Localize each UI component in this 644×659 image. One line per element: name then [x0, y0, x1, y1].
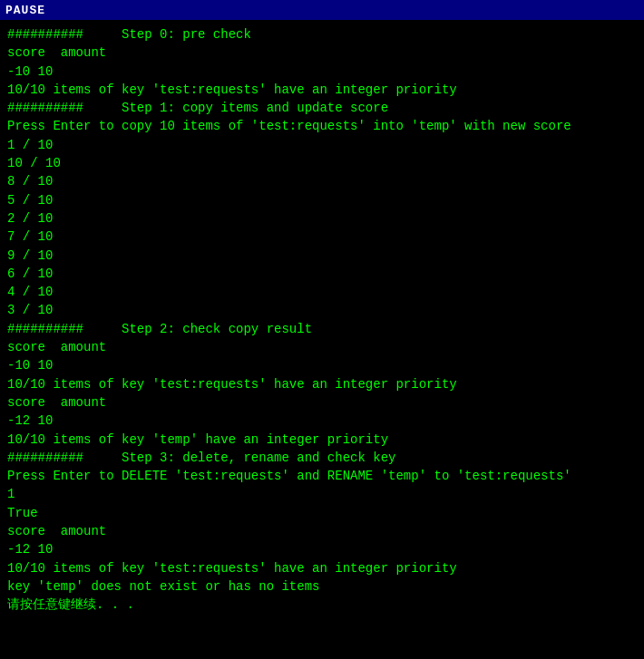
terminal-line: -12 10 [7, 540, 637, 558]
terminal-line: 10/10 items of key 'temp' have an intege… [7, 431, 637, 449]
terminal-line: 3 / 10 [7, 301, 637, 319]
terminal-line: -10 10 [7, 356, 637, 374]
terminal-line: -10 10 [7, 63, 637, 81]
terminal-line: 10 / 10 [7, 154, 637, 172]
title-bar-label: PAUSE [5, 4, 45, 17]
terminal-line: 请按任意键继续. . . [7, 596, 637, 614]
terminal-line: True [7, 504, 637, 522]
terminal-line: ########## Step 3: delete, rename and ch… [7, 449, 637, 467]
terminal-line: score amount [7, 393, 637, 412]
terminal-line: 7 / 10 [7, 228, 637, 246]
terminal-line: ########## Step 1: copy items and update… [7, 99, 637, 117]
terminal-line: 10/10 items of key 'test:requests' have … [7, 375, 637, 393]
terminal-line: 6 / 10 [7, 265, 637, 283]
title-bar: PAUSE [0, 0, 644, 20]
terminal-line: Press Enter to DELETE 'test:requests' an… [7, 467, 637, 485]
terminal-line: 4 / 10 [7, 283, 637, 301]
terminal-output: ########## Step 0: pre checkscore amount… [0, 20, 644, 659]
terminal-line: 1 [7, 485, 637, 503]
terminal-line: 9 / 10 [7, 247, 637, 265]
terminal-line: 5 / 10 [7, 191, 637, 209]
terminal-line: score amount [7, 338, 637, 356]
terminal-line: Press Enter to copy 10 items of 'test:re… [7, 117, 637, 135]
terminal-line: key 'temp' does not exist or has no item… [7, 577, 637, 596]
terminal-line: score amount [7, 522, 637, 540]
terminal-line: 10/10 items of key 'test:requests' have … [7, 81, 637, 99]
terminal-line: score amount [7, 44, 637, 62]
terminal-line: ########## Step 0: pre check [7, 25, 637, 44]
terminal-line: -12 10 [7, 412, 637, 430]
terminal-line: 10/10 items of key 'test:requests' have … [7, 559, 637, 577]
terminal-line: 1 / 10 [7, 136, 637, 154]
terminal-line: ########## Step 2: check copy result [7, 320, 637, 338]
terminal-line: 2 / 10 [7, 209, 637, 228]
terminal-line: 8 / 10 [7, 172, 637, 190]
